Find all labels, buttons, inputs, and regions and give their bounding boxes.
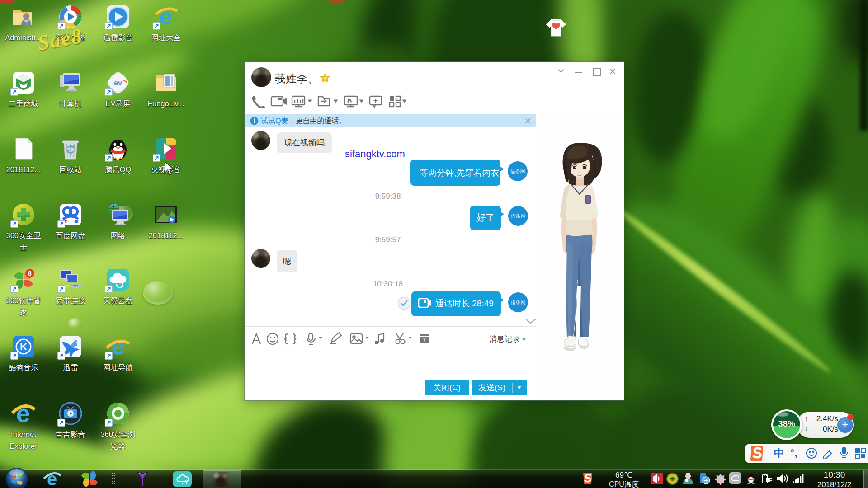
svg-text:¥: ¥	[423, 337, 426, 343]
svg-text:8: 8	[28, 270, 32, 277]
svg-text:e: e	[112, 334, 125, 359]
svg-text:K: K	[20, 341, 27, 352]
svg-text:ev: ev	[114, 79, 122, 87]
